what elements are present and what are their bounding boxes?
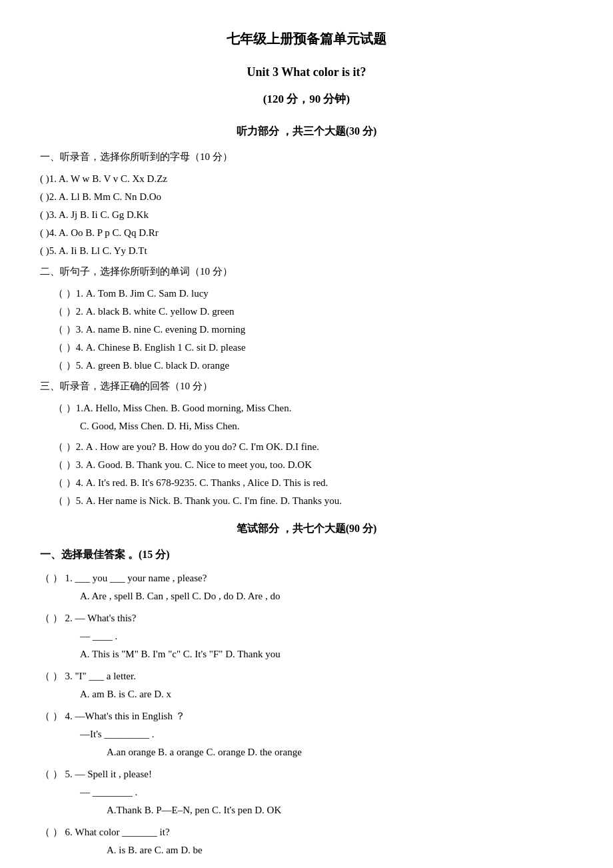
- w-q2-prefix: （ ）: [40, 613, 63, 623]
- listening-3-q3: （ ）3. A. Good. B. Thank you. C. Nice to …: [53, 456, 573, 474]
- w-q1-options: A. Are , spell B. Can , spell C. Do , do…: [80, 587, 573, 605]
- w-q3-main: 3. "I" ___ a letter.: [65, 671, 136, 681]
- w-q1-prefix: （ ）: [40, 573, 63, 583]
- written-q5: （ ） 5. — Spell it , please! — ________ .…: [40, 765, 573, 819]
- listening-2-q1: （ ）1. A. Tom B. Jim C. Sam D. lucy: [53, 285, 573, 303]
- w-q2-sub1: — ____ .: [80, 627, 573, 645]
- w-q6-prefix: （ ）: [40, 827, 63, 837]
- listening-3-q4: （ ）4. A. It's red. B. It's 678-9235. C. …: [53, 474, 573, 492]
- w-q2-options: A. This is "M" B. I'm "c" C. It's "F" D.…: [80, 645, 573, 663]
- written-q4: （ ） 4. —What's this in English ？ —It's _…: [40, 707, 573, 761]
- subtitle: Unit 3 What color is it?: [40, 61, 573, 83]
- w-q1-main: 1. ___ you ___ your name , please?: [65, 573, 207, 583]
- listening-1-q2: ( )2. A. Ll B. Mm C. Nn D.Oo: [40, 188, 573, 206]
- page-title: 七年级上册预备篇单元试题: [40, 27, 573, 51]
- w-q2-main: 2. — What's this?: [65, 613, 137, 623]
- listening-1-q4: ( )4. A. Oo B. P p C. Qq D.Rr: [40, 224, 573, 242]
- w-q6-options: A. is B. are C. am D. be: [107, 841, 573, 859]
- written-section-1-title: 一、选择最佳答案 。(15 分): [40, 545, 573, 565]
- listening-2-title: 二、听句子，选择你所听到的单词（10 分）: [40, 263, 573, 281]
- score-time: (120 分，90 分钟): [40, 89, 573, 110]
- written-q3: （ ） 3. "I" ___ a letter. A. am B. is C. …: [40, 667, 573, 703]
- w-q3-options: A. am B. is C. are D. x: [80, 685, 573, 703]
- listening-header: 听力部分 ，共三个大题(30 分): [40, 122, 573, 141]
- listening-section-3: 三、听录音，选择正确的回答（10 分） （ ）1.A. Hello, Miss …: [40, 377, 573, 510]
- listening-1-title: 一、听录音，选择你所听到的字母（10 分）: [40, 148, 573, 166]
- listening-section-2: 二、听句子，选择你所听到的单词（10 分） （ ）1. A. Tom B. Ji…: [40, 263, 573, 375]
- listening-2-q5: （ ）5. A. green B. blue C. black D. orang…: [53, 357, 573, 375]
- w-q5-sub1: — ________ .: [80, 783, 573, 801]
- listening-2-q3: （ ）3. A. name B. nine C. evening D. morn…: [53, 321, 573, 339]
- w-q3-prefix: （ ）: [40, 671, 63, 681]
- written-header: 笔试部分 ，共七个大题(90 分): [40, 519, 573, 539]
- written-q6: （ ） 6. What color _______ it? A. is B. a…: [40, 823, 573, 859]
- written-q1: （ ） 1. ___ you ___ your name , please? A…: [40, 569, 573, 605]
- listening-2-q2: （ ）2. A. black B. white C. yellow D. gre…: [53, 303, 573, 321]
- w-q5-prefix: （ ）: [40, 769, 63, 779]
- written-q2: （ ） 2. — What's this? — ____ . A. This i…: [40, 609, 573, 663]
- listening-2-q4: （ ）4. A. Chinese B. English 1 C. sit D. …: [53, 339, 573, 357]
- w-q4-sub1: —It's _________ .: [80, 725, 573, 743]
- listening-3-q5: （ ）5. A. Her name is Nick. B. Thank you.…: [53, 492, 573, 510]
- w-q4-prefix: （ ）: [40, 711, 63, 721]
- listening-3-title: 三、听录音，选择正确的回答（10 分）: [40, 377, 573, 395]
- w-q4-main: 4. —What's this in English ？: [65, 711, 185, 721]
- listening-1-q3: ( )3. A. Jj B. Ii C. Gg D.Kk: [40, 206, 573, 224]
- w-q5-options: A.Thank B. P—E–N, pen C. It's pen D. OK: [107, 801, 573, 819]
- listening-1-q5: ( )5. A. Ii B. Ll C. Yy D.Tt: [40, 242, 573, 260]
- listening-3-q2: （ ）2. A . How are you? B. How do you do?…: [53, 438, 573, 456]
- listening-3-q1: （ ）1.A. Hello, Miss Chen. B. Good mornin…: [40, 399, 573, 435]
- listening-section-1: 一、听录音，选择你所听到的字母（10 分） ( )1. A. W w B. V …: [40, 148, 573, 260]
- w-q6-main: 6. What color _______ it?: [65, 827, 170, 837]
- listening-1-q1: ( )1. A. W w B. V v C. Xx D.Zz: [40, 170, 573, 188]
- w-q5-main: 5. — Spell it , please!: [65, 769, 152, 779]
- w-q4-options: A.an orange B. a orange C. orange D. the…: [107, 743, 573, 761]
